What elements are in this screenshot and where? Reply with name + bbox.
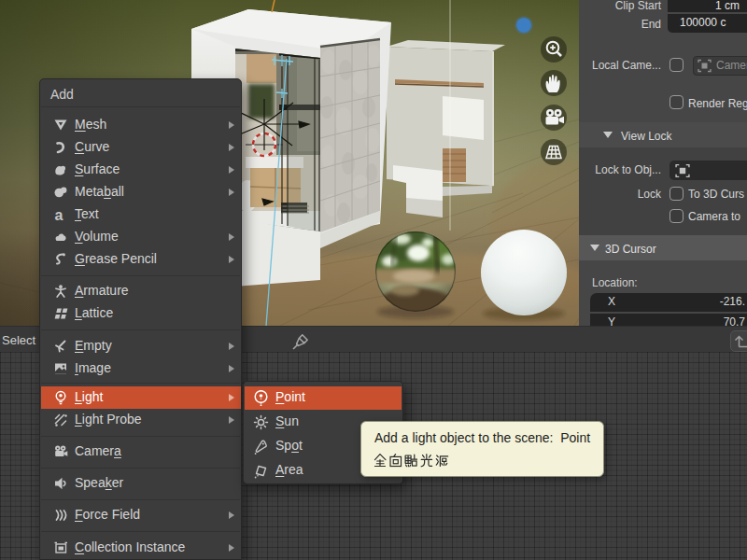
svg-text:a: a <box>55 207 63 222</box>
